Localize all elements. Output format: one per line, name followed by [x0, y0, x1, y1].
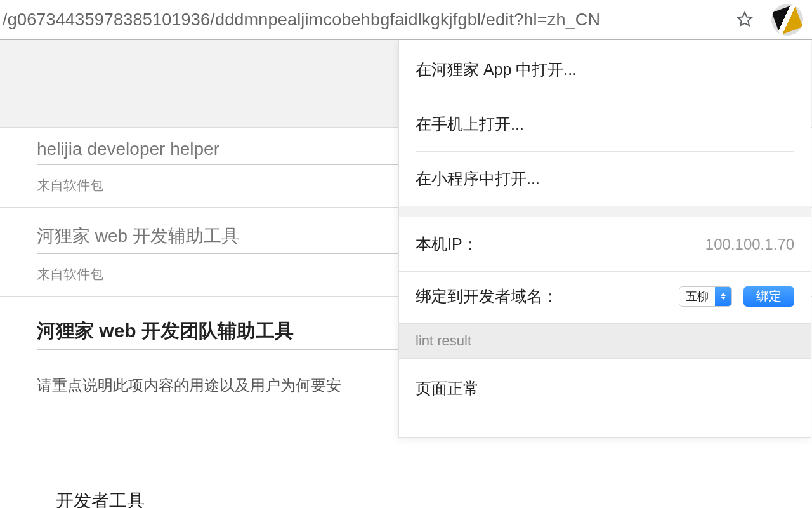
section-devtools: 开发者工具 [0, 471, 812, 508]
chevron-updown-icon [715, 287, 731, 306]
local-ip-row: 本机IP： 100.100.1.70 [399, 217, 811, 272]
lint-result-header: lint result [399, 323, 811, 359]
bind-button[interactable]: 绑定 [743, 286, 794, 307]
open-in-app-item[interactable]: 在河狸家 App 中打开... [416, 40, 794, 97]
open-on-phone-item[interactable]: 在手机上打开... [416, 97, 794, 152]
local-ip-label: 本机IP： [416, 234, 705, 255]
local-ip-value: 100.100.1.70 [705, 236, 794, 253]
popup-divider [399, 206, 811, 217]
address-bar: /g0673443597838510193​6/dddmnpealjimcobe… [0, 0, 812, 40]
developer-select-value: 五柳 [679, 287, 715, 306]
bind-domain-label: 绑定到开发者域名： [416, 286, 667, 307]
lint-result-status: 页面正常 [399, 359, 811, 437]
profile-avatar[interactable] [771, 4, 803, 36]
open-in-miniapp-item[interactable]: 在小程序中打开... [416, 152, 794, 206]
extension-popup: 在河狸家 App 中打开... 在手机上打开... 在小程序中打开... 本机I… [398, 40, 811, 438]
bind-domain-row: 绑定到开发者域名： 五柳 绑定 [399, 272, 811, 323]
developer-select[interactable]: 五柳 [679, 286, 732, 307]
url-text[interactable]: /g0673443597838510193​6/dddmnpealjimcobe… [0, 10, 735, 30]
bookmark-star-icon[interactable] [735, 10, 755, 30]
